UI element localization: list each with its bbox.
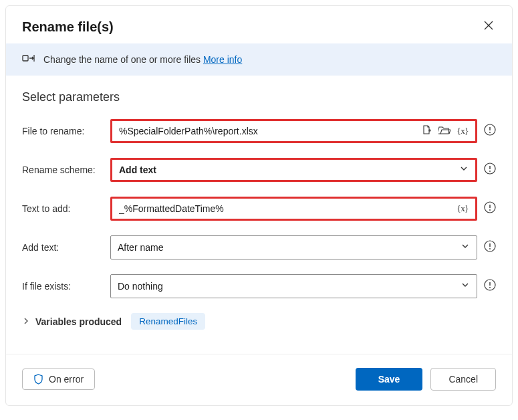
text-to-add-label: Text to add: bbox=[22, 203, 110, 214]
variable-pill-renamedfiles[interactable]: RenamedFiles bbox=[131, 313, 205, 330]
chevron-down-icon bbox=[459, 279, 471, 294]
browse-folder-icon[interactable] bbox=[437, 124, 452, 138]
file-to-rename-field[interactable]: {x} bbox=[110, 119, 477, 143]
info-banner-text: Change the name of one or more files Mor… bbox=[43, 54, 242, 65]
section-title: Select parameters bbox=[22, 90, 496, 104]
on-error-label: On error bbox=[49, 374, 84, 385]
variable-picker-icon[interactable]: {x} bbox=[456, 202, 470, 215]
chevron-down-icon bbox=[458, 163, 470, 177]
rename-scheme-select[interactable]: Add text bbox=[110, 158, 477, 182]
help-icon[interactable] bbox=[484, 240, 496, 255]
chevron-right-icon[interactable] bbox=[22, 316, 30, 328]
param-row-if-file-exists: If file exists: Do nothing bbox=[22, 274, 496, 298]
dialog-title: Rename file(s) bbox=[22, 19, 114, 35]
rename-scheme-label: Rename scheme: bbox=[22, 165, 110, 175]
svg-point-4 bbox=[489, 171, 491, 172]
param-row-file-to-rename: File to rename: {x} bbox=[22, 119, 496, 143]
if-file-exists-label: If file exists: bbox=[22, 281, 110, 292]
add-text-select[interactable]: After name bbox=[110, 235, 477, 259]
close-button[interactable] bbox=[481, 18, 496, 35]
variables-produced-label[interactable]: Variables produced bbox=[35, 316, 122, 327]
file-to-rename-label: File to rename: bbox=[22, 126, 110, 136]
banner-text-content: Change the name of one or more files bbox=[43, 54, 201, 65]
close-icon bbox=[484, 21, 493, 30]
help-icon[interactable] bbox=[484, 163, 496, 177]
dialog-body: Select parameters File to rename: {x} Re… bbox=[6, 76, 512, 342]
text-to-add-input[interactable] bbox=[119, 203, 456, 214]
file-to-rename-input[interactable] bbox=[119, 126, 420, 136]
info-banner: Change the name of one or more files Mor… bbox=[6, 43, 512, 76]
rename-files-dialog: Rename file(s) Change the name of one or… bbox=[5, 5, 513, 406]
if-file-exists-select[interactable]: Do nothing bbox=[110, 274, 477, 298]
on-error-button[interactable]: On error bbox=[22, 369, 95, 390]
help-icon[interactable] bbox=[484, 279, 496, 294]
param-row-text-to-add: Text to add: {x} bbox=[22, 197, 496, 221]
save-button[interactable]: Save bbox=[356, 368, 423, 391]
variables-produced-row: Variables produced RenamedFiles bbox=[22, 313, 496, 330]
text-to-add-field[interactable]: {x} bbox=[110, 197, 477, 221]
svg-point-2 bbox=[489, 132, 491, 133]
shield-icon bbox=[33, 374, 43, 385]
param-row-rename-scheme: Rename scheme: Add text bbox=[22, 158, 496, 182]
if-file-exists-value: Do nothing bbox=[118, 281, 459, 292]
add-text-value: After name bbox=[118, 242, 459, 253]
cancel-button[interactable]: Cancel bbox=[430, 368, 496, 391]
param-row-add-text: Add text: After name bbox=[22, 235, 496, 259]
more-info-link[interactable]: More info bbox=[203, 54, 242, 65]
add-text-label: Add text: bbox=[22, 242, 110, 253]
svg-rect-0 bbox=[23, 56, 28, 61]
help-icon[interactable] bbox=[484, 124, 496, 138]
select-file-icon[interactable] bbox=[420, 123, 433, 139]
variable-picker-icon[interactable]: {x} bbox=[456, 124, 470, 138]
rename-scheme-value: Add text bbox=[119, 165, 458, 175]
help-icon[interactable] bbox=[484, 201, 496, 216]
dialog-footer: On error Save Cancel bbox=[6, 354, 512, 405]
chevron-down-icon bbox=[459, 240, 471, 255]
svg-point-6 bbox=[489, 209, 491, 211]
rename-icon bbox=[22, 53, 35, 66]
svg-point-8 bbox=[489, 248, 491, 249]
dialog-header: Rename file(s) bbox=[6, 6, 512, 43]
svg-point-10 bbox=[489, 287, 491, 288]
